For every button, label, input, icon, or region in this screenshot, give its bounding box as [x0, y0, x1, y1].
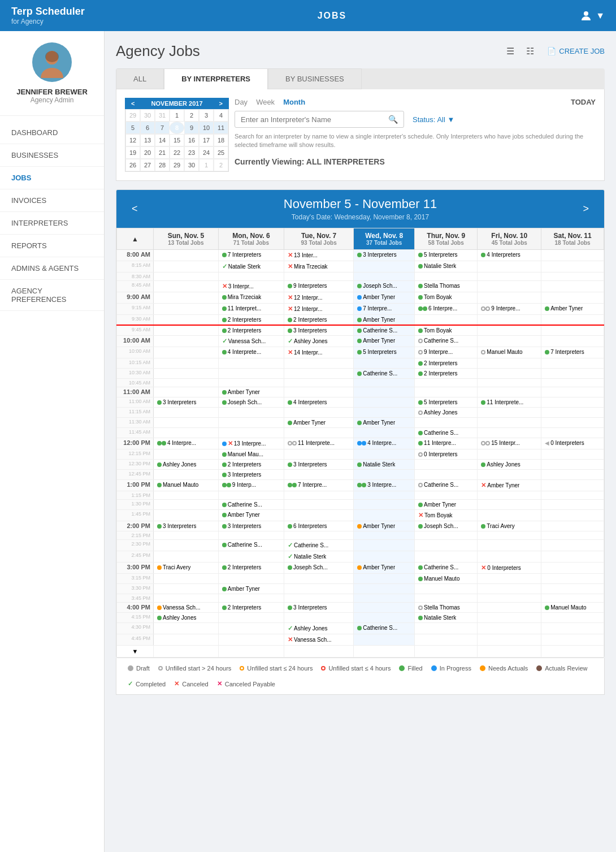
job-entry[interactable]: ✕13 Interpre... [221, 439, 281, 448]
job-entry[interactable]: Manuel Mauto [544, 604, 601, 611]
sidebar-item-interpreters[interactable]: INTERPRETERS [0, 212, 104, 235]
job-entry[interactable]: ✓Ashley Jones [287, 624, 351, 633]
job-entry[interactable]: 2 Interpreters [221, 461, 281, 468]
job-entry[interactable]: ✕3 Interpr... [221, 282, 281, 291]
job-entry[interactable]: ✕Amber Tyner [480, 481, 539, 490]
today-button[interactable]: TODAY [571, 98, 596, 106]
sidebar-item-invoices[interactable]: INVOICES [0, 189, 104, 212]
create-job-button[interactable]: 📄 CREATE JOB [547, 47, 605, 55]
job-entry[interactable]: Catherine S... [417, 337, 475, 344]
job-entry[interactable]: Amber Tyner [221, 511, 281, 518]
job-entry[interactable]: Ashley Jones [156, 614, 216, 621]
mini-cal-cell[interactable]: 13 [140, 134, 155, 146]
job-entry[interactable]: Stella Thomas [417, 604, 475, 611]
mini-cal-cell[interactable]: 19 [125, 146, 140, 159]
mini-cal-cell[interactable]: 29 [125, 109, 140, 122]
mini-cal-cell[interactable]: 16 [184, 134, 199, 146]
job-entry[interactable]: 4 Interpreters [480, 251, 539, 258]
job-entry[interactable]: 6 Interpre... [417, 305, 475, 312]
job-entry[interactable]: Amber Tyner [356, 293, 412, 301]
job-entry[interactable]: 3 Interpreters [221, 522, 281, 530]
mini-cal-cell[interactable]: 29 [170, 159, 184, 171]
job-entry[interactable]: 9 Interpreters [287, 282, 351, 289]
job-entry[interactable]: ✕Vanessa Sch... [287, 635, 351, 644]
mini-cal-cell[interactable]: 6 [140, 122, 155, 134]
job-entry[interactable]: 2 Interpreters [221, 604, 281, 611]
list-view-btn[interactable]: ☰ [502, 43, 519, 59]
mini-cal-cell[interactable]: 7 [155, 122, 170, 134]
job-entry[interactable]: 7 Interpreters [221, 251, 281, 258]
view-month[interactable]: Month [283, 98, 305, 106]
job-entry[interactable]: Manuel Mauto [480, 348, 539, 356]
user-menu[interactable]: ▼ [579, 9, 605, 23]
job-entry[interactable]: Amber Tyner [356, 316, 412, 323]
mini-cal-cell[interactable]: 1 [199, 159, 214, 171]
job-entry[interactable]: 3 Interpreters [287, 461, 351, 468]
job-entry[interactable]: 2 Interpreters [221, 316, 281, 323]
job-entry[interactable]: ✓Vanessa Sch... [221, 337, 281, 345]
job-entry[interactable]: 6 Interpreters [287, 522, 351, 530]
job-entry[interactable]: 3 Interpre... [356, 481, 412, 488]
job-entry[interactable]: 2 Interpreters [417, 360, 475, 367]
job-entry[interactable]: Amber Tyner [417, 501, 475, 508]
job-entry[interactable]: Traci Avery [156, 564, 216, 571]
job-entry[interactable]: ◀0 Interpreters [544, 439, 601, 447]
job-entry[interactable]: Joseph Sch... [417, 522, 475, 530]
job-entry[interactable]: Amber Tyner [356, 522, 412, 530]
search-input[interactable] [241, 115, 388, 124]
job-entry[interactable]: 3 Interpreters [287, 604, 351, 611]
job-entry[interactable]: 15 Interpr... [480, 439, 539, 447]
job-entry[interactable]: 11 Interprete... [480, 399, 539, 406]
mini-cal-cell[interactable]: 25 [214, 146, 228, 159]
job-entry[interactable]: Amber Tyner [221, 388, 281, 396]
job-entry[interactable]: 11 Interpre... [417, 439, 475, 447]
job-entry[interactable]: 4 Interpre... [356, 439, 412, 447]
sidebar-item-businesses[interactable]: BUSINESSES [0, 144, 104, 167]
sidebar-item-jobs[interactable]: JOBS [0, 167, 104, 189]
mini-cal-cell[interactable]: 23 [184, 146, 199, 159]
job-entry[interactable]: Amber Tyner [544, 305, 601, 312]
mini-cal-cell[interactable]: 30 [184, 159, 199, 171]
job-entry[interactable]: ✕13 Inter... [287, 251, 351, 260]
job-entry[interactable]: 3 Interpreters [156, 399, 216, 406]
sidebar-item-admins[interactable]: ADMINS & AGENTS [0, 257, 104, 280]
job-entry[interactable]: 2 Interpreters [417, 370, 475, 377]
mini-cal-cell[interactable]: 28 [155, 159, 170, 171]
job-entry[interactable]: Amber Tyner [356, 337, 412, 344]
scroll-down-arrow[interactable]: ▼ [117, 646, 154, 658]
job-entry[interactable]: Manuel Mauto [156, 481, 216, 488]
job-entry[interactable]: Amber Tyner [356, 419, 412, 426]
view-day[interactable]: Day [235, 98, 248, 106]
job-entry[interactable]: 9 Interpre... [417, 348, 475, 356]
job-entry[interactable]: Mira Trzeciak [221, 293, 281, 301]
tab-by-businesses[interactable]: BY BUSINESSES [268, 68, 362, 89]
sidebar-item-dashboard[interactable]: DASHBOARD [0, 122, 104, 144]
mini-cal-cell[interactable]: 27 [140, 159, 155, 171]
mini-cal-cell[interactable]: 3 [199, 109, 214, 122]
job-entry[interactable]: Manuel Mauto [417, 575, 475, 582]
mini-cal-cell[interactable]: 30 [140, 109, 155, 122]
job-entry[interactable]: 9 Interp... [221, 481, 281, 488]
mini-cal-cell[interactable]: 20 [140, 146, 155, 159]
mini-cal-cell[interactable]: 2 [184, 109, 199, 122]
job-entry[interactable]: Catherine S... [356, 624, 412, 632]
mini-cal-cell[interactable]: 15 [170, 134, 184, 146]
mini-cal-cell[interactable]: 17 [199, 134, 214, 146]
job-entry[interactable]: 2 Interpreters [287, 316, 351, 323]
job-entry[interactable]: Natalie Sterk [356, 461, 412, 468]
mini-cal-prev[interactable]: < [129, 100, 136, 107]
mini-cal-cell[interactable]: 31 [155, 109, 170, 122]
job-entry[interactable]: 11 Interprete... [287, 439, 351, 447]
job-entry[interactable]: ✓Catherine S... [287, 541, 351, 550]
cal-prev-btn[interactable]: < [123, 200, 146, 218]
job-entry[interactable]: 5 Interpreters [356, 348, 412, 356]
mini-cal-cell[interactable]: 4 [214, 109, 228, 122]
mini-cal-cell[interactable]: 11 [214, 122, 228, 134]
job-entry[interactable]: ✕12 Interpr... [287, 305, 351, 313]
job-entry[interactable]: 2 Interpreters [221, 564, 281, 571]
grid-view-btn[interactable]: ☷ [522, 43, 539, 59]
mini-cal-cell[interactable]: 1 [170, 109, 184, 122]
view-week[interactable]: Week [256, 98, 275, 106]
job-entry[interactable]: Amber Tyner [221, 585, 281, 592]
mini-cal-cell[interactable]: 5 [125, 122, 140, 134]
